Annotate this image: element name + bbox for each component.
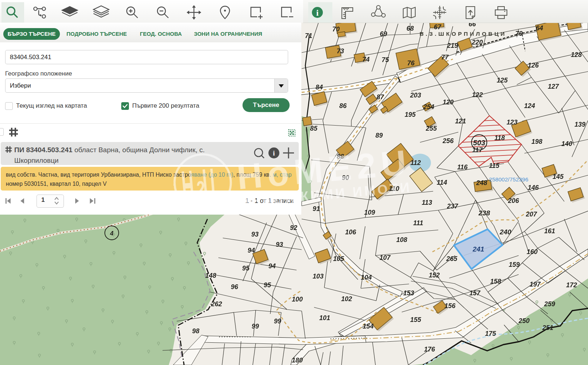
svg-text:93: 93 — [251, 231, 259, 238]
svg-text:111: 111 — [413, 219, 423, 227]
svg-text:203: 203 — [410, 92, 421, 99]
svg-text:140: 140 — [561, 140, 572, 147]
svg-text:126: 126 — [528, 62, 539, 69]
svg-text:102: 102 — [341, 295, 352, 303]
svg-text:160: 160 — [527, 248, 538, 256]
svg-text:237: 237 — [447, 203, 458, 210]
svg-text:107: 107 — [379, 254, 391, 261]
svg-text:В.З.ШКОРПИЛОВЦИ: В.З.ШКОРПИЛОВЦИ — [420, 31, 507, 37]
svg-text:198: 198 — [531, 138, 542, 145]
svg-text:94: 94 — [248, 247, 255, 254]
svg-text:153: 153 — [403, 289, 414, 297]
svg-text:256: 256 — [442, 137, 454, 145]
svg-text:175: 175 — [485, 330, 496, 337]
svg-text:103: 103 — [313, 273, 324, 280]
svg-text:109: 109 — [364, 209, 375, 216]
svg-text:89: 89 — [375, 132, 383, 139]
svg-text:4: 4 — [110, 230, 114, 237]
svg-text:180: 180 — [292, 357, 303, 364]
svg-text:67: 67 — [434, 23, 442, 31]
svg-text:94: 94 — [268, 262, 276, 270]
svg-text:262: 262 — [211, 300, 222, 308]
svg-text:100: 100 — [292, 296, 303, 303]
svg-text:121: 121 — [455, 118, 466, 125]
svg-text:248: 248 — [476, 179, 487, 187]
svg-text:i: i — [316, 8, 319, 18]
svg-text:125: 125 — [497, 77, 508, 84]
svg-text:251: 251 — [542, 324, 553, 331]
svg-text:206: 206 — [508, 197, 519, 204]
svg-text:68: 68 — [406, 25, 414, 32]
svg-text:85: 85 — [310, 125, 318, 132]
svg-text:155: 155 — [410, 316, 421, 323]
svg-text:197: 197 — [530, 281, 541, 288]
svg-text:71: 71 — [305, 32, 312, 39]
svg-text:79: 79 — [515, 30, 523, 37]
svg-text:172: 172 — [566, 281, 577, 289]
svg-text:84: 84 — [316, 84, 323, 91]
svg-text:i: i — [273, 149, 275, 157]
svg-text:99: 99 — [252, 323, 259, 330]
svg-text:148: 148 — [205, 272, 216, 279]
svg-text:113: 113 — [422, 199, 432, 206]
svg-text:241: 241 — [472, 245, 484, 253]
svg-text:254: 254 — [423, 103, 434, 111]
svg-text:157: 157 — [469, 289, 481, 297]
svg-text:88: 88 — [337, 153, 344, 160]
svg-text:95: 95 — [242, 265, 250, 272]
svg-text:259: 259 — [544, 300, 555, 308]
svg-text:99: 99 — [274, 318, 281, 325]
svg-text:255: 255 — [425, 125, 437, 132]
svg-text:219: 219 — [447, 42, 458, 49]
svg-text:123: 123 — [507, 119, 518, 126]
svg-text:74: 74 — [362, 56, 370, 63]
svg-text:75: 75 — [382, 56, 389, 64]
svg-text:145: 145 — [553, 173, 564, 180]
svg-text:265: 265 — [446, 255, 458, 262]
svg-text:158: 158 — [490, 278, 501, 285]
svg-text:73: 73 — [337, 47, 344, 55]
svg-text:161: 161 — [544, 227, 555, 235]
svg-text:108: 108 — [396, 236, 407, 243]
svg-text:238: 238 — [478, 209, 490, 217]
svg-text:91: 91 — [313, 205, 320, 212]
svg-text:146: 146 — [528, 184, 539, 191]
svg-text:159: 159 — [509, 261, 520, 268]
svg-text:118: 118 — [495, 134, 505, 142]
svg-text:64: 64 — [536, 24, 543, 32]
svg-text:176: 176 — [424, 346, 435, 353]
svg-text:105: 105 — [333, 255, 344, 262]
svg-text:77: 77 — [441, 54, 449, 61]
svg-text:195: 195 — [405, 111, 416, 118]
svg-text:128: 128 — [571, 51, 582, 58]
svg-text:69: 69 — [380, 30, 387, 38]
svg-text:240: 240 — [499, 228, 511, 236]
svg-text:104: 104 — [361, 274, 372, 281]
svg-text:101: 101 — [319, 314, 330, 322]
svg-text:95: 95 — [264, 281, 271, 289]
svg-text:152: 152 — [429, 272, 440, 279]
svg-text:92: 92 — [290, 224, 297, 231]
svg-text:98: 98 — [192, 327, 199, 335]
svg-text:124: 124 — [524, 102, 535, 110]
svg-text:114: 114 — [437, 179, 447, 186]
svg-text:139: 139 — [574, 121, 585, 128]
svg-text:87: 87 — [377, 93, 384, 101]
svg-text:70: 70 — [332, 26, 340, 33]
svg-text:93: 93 — [276, 241, 283, 248]
svg-text:250: 250 — [518, 317, 530, 324]
svg-text:90: 90 — [342, 174, 349, 181]
svg-text:156: 156 — [444, 302, 456, 310]
svg-text:122: 122 — [472, 91, 483, 99]
svg-text:115: 115 — [489, 162, 500, 169]
svg-text:127: 127 — [548, 83, 559, 90]
svg-text:503: 503 — [473, 139, 485, 147]
svg-text:220: 220 — [471, 39, 483, 46]
svg-text:86: 86 — [339, 102, 347, 110]
svg-text:76: 76 — [407, 59, 415, 67]
svg-text:112: 112 — [411, 159, 421, 166]
svg-text:120: 120 — [443, 99, 454, 106]
svg-text:116: 116 — [457, 164, 468, 171]
svg-text:154: 154 — [363, 323, 374, 330]
svg-text:207: 207 — [526, 211, 537, 218]
